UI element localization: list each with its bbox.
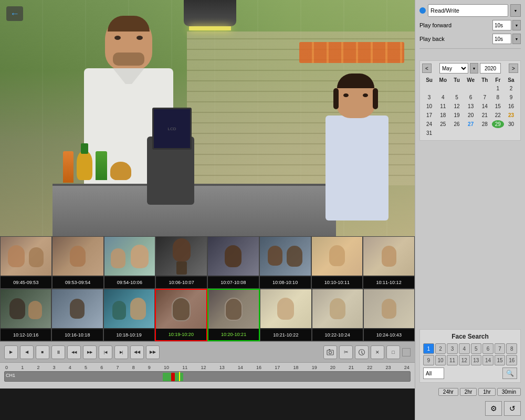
face-num-10[interactable]: 10: [435, 355, 446, 365]
mode-radio[interactable]: [419, 7, 426, 14]
aspect-box[interactable]: [402, 348, 411, 356]
face-num-4[interactable]: 4: [459, 343, 470, 354]
cal-day-1[interactable]: 1: [492, 85, 504, 92]
cal-day-5[interactable]: 5: [451, 93, 463, 101]
time-view-30min-btn[interactable]: 30min: [497, 388, 521, 396]
cal-day-2[interactable]: 2: [505, 85, 517, 92]
face-num-2[interactable]: 2: [435, 343, 446, 354]
face-num-3[interactable]: 3: [447, 343, 458, 354]
time-view-2hr-btn[interactable]: 2hr: [460, 388, 477, 396]
cal-day-7[interactable]: 7: [479, 93, 491, 101]
clip-button[interactable]: [339, 345, 353, 359]
mode-dropdown-arrow[interactable]: [510, 4, 521, 17]
cal-day-14[interactable]: 14: [479, 102, 491, 110]
time-view-1hr-btn[interactable]: 1hr: [478, 388, 495, 396]
last-button[interactable]: [114, 345, 128, 359]
cal-day-3[interactable]: 3: [423, 93, 435, 101]
prev-frame-button[interactable]: [67, 345, 81, 359]
cal-day-8[interactable]: 8: [492, 93, 504, 101]
face-search-button[interactable]: 🔍: [502, 368, 517, 379]
settings-button[interactable]: ⚙: [485, 401, 502, 416]
cal-day-11[interactable]: 11: [436, 102, 449, 110]
cal-day-25[interactable]: 25: [436, 120, 449, 128]
cal-day-10[interactable]: 10: [423, 102, 435, 110]
calendar-year-input[interactable]: [480, 63, 501, 74]
face-num-15[interactable]: 15: [495, 355, 506, 365]
face-num-5[interactable]: 5: [471, 343, 482, 354]
play-forward-value[interactable]: 10s: [492, 20, 511, 30]
close-button[interactable]: [371, 345, 384, 359]
cal-day-12[interactable]: 12: [451, 102, 463, 110]
cal-day-16[interactable]: 16: [505, 102, 517, 110]
cal-day-15[interactable]: 15: [492, 102, 504, 110]
play-back-value[interactable]: 10s: [492, 34, 511, 44]
cal-day-13[interactable]: 13: [464, 102, 478, 110]
cal-day-30[interactable]: 30: [505, 120, 517, 128]
stop-button[interactable]: [36, 345, 49, 359]
face-num-11[interactable]: 11: [447, 355, 458, 365]
cal-day-4[interactable]: 4: [436, 93, 449, 101]
face-all-input[interactable]: All: [423, 368, 444, 379]
cal-day-24[interactable]: 24: [423, 120, 435, 128]
rewind-button[interactable]: [20, 345, 34, 359]
thumb-11[interactable]: 10:18-10:19: [103, 289, 155, 341]
thumb-6[interactable]: 10:08-10:10: [259, 236, 311, 289]
mode-select[interactable]: Read/Write: [428, 4, 508, 17]
back-button[interactable]: ←: [6, 6, 23, 21]
face-num-9[interactable]: 9: [423, 355, 434, 365]
thumb-10[interactable]: 10:16-10:18: [51, 289, 103, 341]
thumb-1[interactable]: 09:45-09:53: [0, 236, 52, 289]
fullscreen-button[interactable]: [386, 345, 400, 359]
cal-day-18[interactable]: 18: [436, 111, 449, 119]
face-num-13[interactable]: 13: [471, 355, 482, 365]
cal-day-20[interactable]: 20: [464, 111, 478, 119]
face-num-6[interactable]: 6: [482, 343, 494, 354]
cal-day-29[interactable]: 29: [492, 120, 504, 128]
first-button[interactable]: [99, 345, 112, 359]
cal-day-6[interactable]: 6: [464, 93, 478, 101]
cal-day-9[interactable]: 9: [505, 93, 517, 101]
thumb-15[interactable]: 10:22-10:24: [312, 289, 363, 341]
cal-day-27[interactable]: 27: [464, 120, 478, 128]
timeline-track[interactable]: CH1: [4, 371, 411, 382]
next-frame-button[interactable]: [83, 345, 97, 359]
slow-back-button[interactable]: ◀◀: [130, 345, 144, 359]
thumb-13[interactable]: 10:20-10:21: [207, 289, 260, 341]
cal-day-21[interactable]: 21: [479, 111, 491, 119]
play-back-dropdown[interactable]: ▼: [512, 34, 521, 44]
thumb-5[interactable]: 10:07-10:08: [207, 236, 259, 289]
cal-day-31[interactable]: 31: [423, 129, 435, 137]
cal-day-26[interactable]: 26: [451, 120, 463, 128]
calendar-month-select[interactable]: May: [439, 63, 468, 74]
time-view-24hr-btn[interactable]: 24hr: [438, 388, 458, 396]
face-num-7[interactable]: 7: [495, 343, 506, 354]
thumb-12[interactable]: 10:19-10:20: [155, 289, 207, 341]
thumb-3[interactable]: 09:54-10:06: [104, 236, 156, 289]
calendar-next-month-btn[interactable]: >: [509, 64, 518, 73]
thumb-9[interactable]: 10:12-10:16: [0, 289, 51, 341]
thumb-2[interactable]: 09:53-09:54: [52, 236, 104, 289]
cal-day-22[interactable]: 22: [492, 111, 504, 119]
face-num-14[interactable]: 14: [482, 355, 494, 365]
play-button[interactable]: [4, 345, 18, 359]
refresh-button[interactable]: ↺: [504, 401, 521, 416]
face-num-8[interactable]: 8: [506, 343, 517, 354]
snapshot-button[interactable]: [323, 345, 337, 359]
face-num-16[interactable]: 16: [506, 355, 517, 365]
thumb-4[interactable]: 10:06-10:07: [155, 236, 207, 289]
cal-day-28[interactable]: 28: [479, 120, 491, 128]
pause-button[interactable]: [51, 345, 65, 359]
thumb-16[interactable]: 10:24-10:43: [363, 289, 415, 341]
thumb-8[interactable]: 10:11-10:12: [363, 236, 415, 289]
calendar-prev-month-btn[interactable]: <: [422, 64, 432, 73]
cal-day-19[interactable]: 19: [451, 111, 463, 119]
face-num-1[interactable]: 1: [423, 343, 434, 354]
thumb-7[interactable]: 10:10-10:11: [311, 236, 363, 289]
backup-button[interactable]: [355, 345, 369, 359]
face-num-12[interactable]: 12: [459, 355, 470, 365]
cal-day-23[interactable]: 23: [505, 111, 517, 119]
calendar-month-dropdown[interactable]: ▼: [470, 63, 478, 74]
play-forward-dropdown[interactable]: ▼: [512, 20, 521, 30]
slow-forward-button[interactable]: ▶▶: [146, 345, 160, 359]
thumb-14[interactable]: 10:21-10:22: [260, 289, 311, 341]
